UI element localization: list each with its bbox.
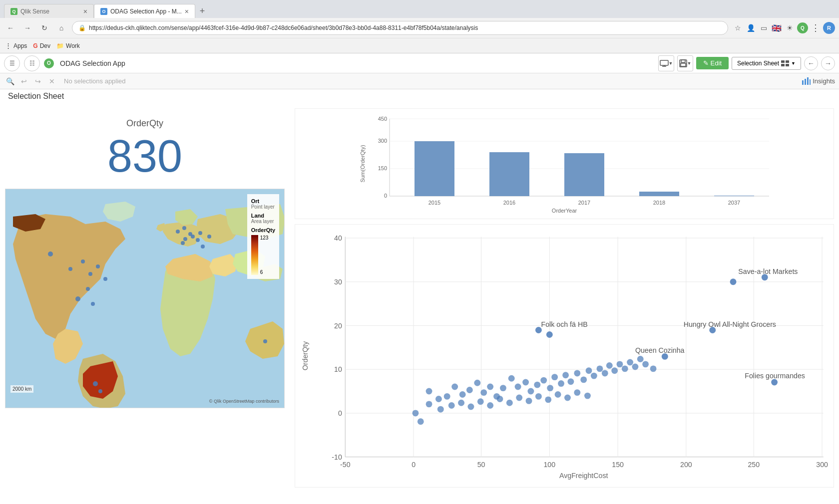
tab-qlik-close[interactable]: × bbox=[83, 7, 87, 15]
search-selections-icon[interactable]: 🔍 bbox=[4, 75, 16, 87]
app-nav-dropdown[interactable]: ☰ bbox=[4, 55, 20, 71]
svg-point-128 bbox=[448, 402, 455, 409]
svg-text:-50: -50 bbox=[340, 461, 351, 469]
nav-forward-button[interactable]: → bbox=[821, 56, 835, 70]
svg-point-111 bbox=[574, 370, 580, 376]
svg-rect-8 bbox=[781, 64, 785, 66]
bookmark-work[interactable]: 📁 Work bbox=[56, 42, 80, 49]
tab-bar: Q Qlik Sense × O ODAG Selection App - M.… bbox=[0, 0, 839, 18]
kpi-value: 830 bbox=[15, 134, 275, 179]
forward-button[interactable]: → bbox=[21, 21, 34, 34]
svg-rect-51 bbox=[489, 152, 529, 196]
svg-point-90 bbox=[435, 396, 442, 402]
svg-rect-12 bbox=[807, 77, 809, 85]
new-tab-button[interactable]: + bbox=[195, 4, 209, 18]
svg-point-114 bbox=[591, 373, 597, 379]
reload-button[interactable]: ↻ bbox=[38, 21, 51, 34]
svg-point-109 bbox=[562, 372, 569, 378]
tab-qlik-sense[interactable]: Q Qlik Sense × bbox=[4, 4, 94, 18]
edit-button[interactable]: ✎ Edit bbox=[696, 57, 729, 69]
legend-max-value: 123 bbox=[260, 235, 269, 241]
svg-point-100 bbox=[508, 375, 515, 382]
back-button[interactable]: ← bbox=[4, 21, 17, 34]
legend-ort-subtitle: Point layer bbox=[251, 204, 275, 210]
svg-point-112 bbox=[580, 376, 587, 383]
svg-rect-50 bbox=[415, 141, 454, 196]
svg-point-136 bbox=[526, 398, 532, 404]
svg-point-20 bbox=[103, 277, 107, 281]
clear-selections-icon[interactable]: ✕ bbox=[46, 75, 58, 87]
star-icon[interactable]: ☆ bbox=[732, 22, 743, 33]
tab-odag-favicon: O bbox=[100, 8, 107, 15]
bookmark-apps[interactable]: ⋮ Apps bbox=[5, 42, 27, 49]
svg-point-101 bbox=[515, 384, 521, 390]
svg-text:100: 100 bbox=[543, 461, 555, 469]
cast-icon[interactable]: ▭ bbox=[758, 22, 769, 33]
selection-sheet-button[interactable]: Selection Sheet ▼ bbox=[732, 57, 801, 70]
tab-odag[interactable]: O ODAG Selection App - M... × bbox=[94, 4, 195, 18]
insights-button[interactable]: Insights bbox=[802, 77, 835, 85]
qlik-ext-icon[interactable]: Q bbox=[797, 22, 808, 33]
svg-point-108 bbox=[558, 380, 564, 387]
map-attribution: © Qlik OpenStreetMap contributors bbox=[209, 399, 279, 404]
save-dropdown-icon: ▼ bbox=[687, 61, 692, 66]
svg-rect-5 bbox=[681, 63, 686, 66]
legend-min-value: 6 bbox=[260, 269, 269, 275]
bookmark-dev[interactable]: G Dev bbox=[33, 42, 50, 49]
svg-point-122 bbox=[632, 364, 638, 370]
svg-text:OrderQty: OrderQty bbox=[301, 341, 309, 370]
svg-point-110 bbox=[567, 378, 574, 385]
svg-point-36 bbox=[93, 381, 98, 386]
legend-land-title: Land bbox=[251, 213, 275, 219]
map-widget[interactable]: Ort Point layer Land Area layer OrderQty… bbox=[5, 189, 285, 408]
user-avatar[interactable]: R bbox=[823, 22, 835, 34]
svg-text:200: 200 bbox=[680, 461, 692, 469]
presentation-icon-btn[interactable]: ▼ bbox=[658, 55, 674, 71]
svg-point-126 bbox=[426, 401, 432, 407]
svg-text:2016: 2016 bbox=[503, 200, 515, 206]
svg-rect-6 bbox=[781, 60, 785, 63]
nav-back-button[interactable]: ← bbox=[804, 56, 818, 70]
svg-point-96 bbox=[480, 389, 487, 396]
svg-rect-11 bbox=[805, 79, 806, 85]
url-text: https://dedus-ckh.qliktech.com/sense/app… bbox=[89, 24, 478, 31]
scatter-chart-svg: OrderQty bbox=[300, 230, 829, 482]
svg-rect-10 bbox=[802, 80, 804, 85]
svg-point-16 bbox=[68, 267, 72, 271]
svg-point-104 bbox=[534, 382, 540, 388]
svg-point-23 bbox=[91, 302, 95, 306]
svg-text:Folk och fä HB: Folk och fä HB bbox=[541, 320, 588, 328]
forward-selection-icon[interactable]: ↪ bbox=[32, 75, 44, 87]
browser-chrome: Q Qlik Sense × O ODAG Selection App - M.… bbox=[0, 0, 839, 53]
svg-point-95 bbox=[474, 380, 480, 386]
svg-point-148 bbox=[730, 278, 737, 285]
flag-icon: 🇬🇧 bbox=[771, 22, 782, 33]
address-bar-row: ← → ↻ ⌂ 🔒 https://dedus-ckh.qliktech.com… bbox=[0, 18, 839, 38]
svg-point-116 bbox=[602, 370, 608, 376]
tab-odag-close[interactable]: × bbox=[185, 7, 189, 15]
svg-point-120 bbox=[622, 365, 628, 372]
svg-text:150: 150 bbox=[612, 461, 624, 469]
home-button[interactable]: ⌂ bbox=[55, 21, 68, 34]
bookmark-work-label: Work bbox=[66, 42, 80, 49]
selection-sheet-label: Selection Sheet bbox=[737, 60, 779, 67]
svg-text:250: 250 bbox=[748, 461, 760, 469]
svg-point-38 bbox=[263, 339, 267, 343]
svg-point-92 bbox=[451, 384, 458, 390]
address-bar[interactable]: 🔒 https://dedus-ckh.qliktech.com/sense/a… bbox=[72, 21, 728, 35]
profile-icon[interactable]: 👤 bbox=[745, 22, 756, 33]
back-selection-icon[interactable]: ↩ bbox=[18, 75, 30, 87]
svg-point-15 bbox=[48, 252, 53, 256]
app-title: ODAG Selection App bbox=[60, 59, 125, 67]
svg-point-97 bbox=[487, 384, 493, 390]
svg-point-34 bbox=[181, 241, 185, 245]
svg-text:20: 20 bbox=[334, 322, 342, 330]
app-list-view[interactable]: ☷ bbox=[24, 55, 40, 71]
save-icon-btn[interactable]: ▼ bbox=[677, 55, 693, 71]
svg-point-133 bbox=[497, 396, 503, 402]
dropdown-arrow-icon: ▼ bbox=[669, 61, 673, 66]
menu-icon[interactable]: ⋮ bbox=[810, 22, 821, 33]
extension-icon[interactable]: ☀ bbox=[784, 22, 795, 33]
svg-point-33 bbox=[201, 245, 205, 249]
svg-text:2018: 2018 bbox=[653, 200, 665, 206]
